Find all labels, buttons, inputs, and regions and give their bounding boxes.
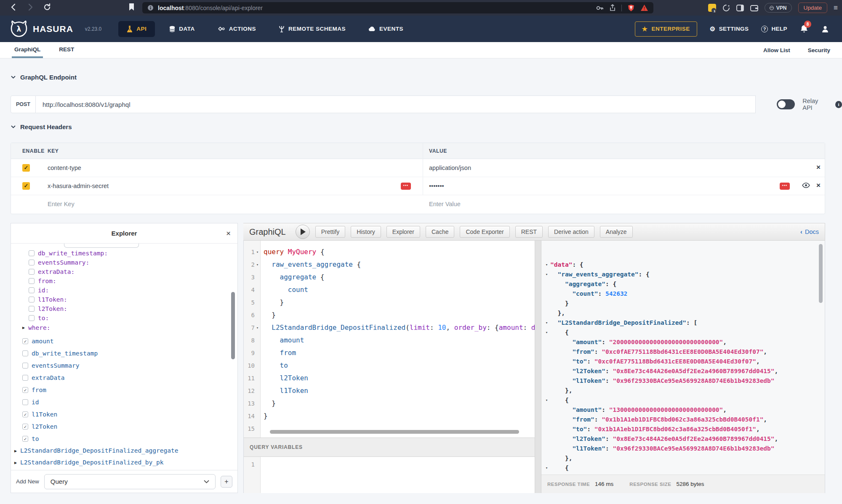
checkbox-icon[interactable] — [29, 278, 35, 284]
checkbox-icon[interactable] — [22, 375, 28, 381]
fold-arrow-icon[interactable]: ▾ — [255, 250, 260, 254]
browser-menu-icon[interactable]: ≡ — [834, 4, 838, 12]
security-link[interactable]: Security — [808, 47, 830, 53]
explorer-arg-row[interactable]: l2Token: — [11, 304, 237, 313]
checkbox-icon[interactable] — [22, 399, 28, 405]
header-key-input[interactable]: x-hasura-admin-secret — [48, 183, 109, 189]
close-icon[interactable]: × — [226, 229, 231, 238]
checked-checkbox-icon[interactable]: ✓ — [22, 387, 28, 393]
site-info-icon[interactable] — [147, 5, 154, 11]
query-variables-header[interactable]: QUERY VARIABLES — [244, 438, 535, 457]
explorer-field-row[interactable]: id — [11, 396, 237, 408]
checkbox-icon[interactable] — [29, 287, 35, 293]
explorer-arg-row[interactable]: l1Token: — [11, 295, 237, 304]
bookmark-icon[interactable] — [128, 3, 135, 11]
nav-tab-api[interactable]: API — [118, 21, 155, 37]
enterprise-button[interactable]: ★ ENTERPRISE — [635, 21, 697, 37]
hasura-logo[interactable]: λ — [10, 21, 28, 37]
info-icon[interactable]: i — [835, 101, 842, 108]
response-scrollbar[interactable] — [819, 244, 823, 303]
argument-input[interactable] — [64, 244, 139, 248]
checkbox-icon[interactable] — [29, 260, 35, 265]
tab-graphiql[interactable]: GraphiQL — [12, 42, 43, 58]
toolbar-button-history[interactable]: History — [351, 226, 381, 238]
add-operation-button[interactable]: + — [221, 476, 232, 488]
sidebar-toggle-icon[interactable] — [736, 5, 744, 11]
explorer-arg-row[interactable]: db_write_timestamp: — [11, 249, 237, 258]
explorer-arg-row[interactable]: to: — [11, 313, 237, 323]
explorer-arg-row[interactable]: extraData: — [11, 267, 237, 276]
explorer-field-row[interactable]: ✓to — [11, 432, 237, 445]
query-variables-editor[interactable]: 1 — [244, 457, 535, 493]
toolbar-button-prettify[interactable]: Prettify — [315, 226, 346, 238]
new-key-input[interactable]: Enter Key — [48, 201, 75, 207]
checkbox-icon[interactable] — [29, 315, 35, 321]
reload-icon[interactable] — [43, 3, 51, 11]
explorer-field-row[interactable]: ✓l2Token — [11, 420, 237, 432]
checkbox-icon[interactable] — [29, 297, 35, 302]
nav-tab-events[interactable]: EVENTS — [360, 21, 412, 37]
address-bar[interactable]: localhost:8080/console/api/api-explorer — [142, 2, 653, 13]
checked-checkbox-icon[interactable]: ✓ — [22, 411, 28, 417]
explorer-field-row[interactable]: extraData — [11, 371, 237, 384]
allow-list-link[interactable]: Allow List — [763, 47, 790, 53]
header-value-input[interactable]: ••••••• — [429, 183, 444, 189]
settings-button[interactable]: ⚙ SETTINGS — [710, 25, 749, 33]
explorer-collection-row[interactable]: ▶L2StandardBridge_DepositFinalized_by_pk — [11, 456, 237, 468]
explorer-collection-row[interactable]: ▶L2StandardBridge_DepositFinalized_aggre… — [11, 445, 237, 456]
request-headers-heading[interactable]: Request Headers — [11, 123, 72, 130]
back-icon[interactable] — [9, 3, 18, 11]
toolbar-button-code-exporter[interactable]: Code Exporter — [460, 226, 509, 238]
explorer-field-row[interactable]: ✓amount — [11, 335, 237, 347]
nav-tab-data[interactable]: DATA — [161, 21, 203, 37]
new-value-input[interactable]: Enter Value — [429, 201, 461, 207]
tab-rest[interactable]: REST — [56, 42, 77, 58]
checked-checkbox-icon[interactable]: ✓ — [22, 436, 28, 442]
checked-checkbox-icon[interactable]: ✓ — [22, 338, 28, 344]
explorer-field-row[interactable]: ✓from — [11, 384, 237, 396]
explorer-arg-row[interactable]: from: — [11, 276, 237, 286]
checked-checkbox-icon[interactable]: ✓ — [22, 424, 28, 430]
extension-icon[interactable] — [722, 4, 730, 12]
enable-checkbox[interactable]: ✓ — [22, 182, 30, 190]
toolbar-button-cache[interactable]: Cache — [426, 226, 454, 238]
explorer-field-row[interactable]: ✓l1Token — [11, 408, 237, 420]
help-button[interactable]: ? HELP — [761, 26, 787, 32]
query-editor[interactable]: 1▾2▾34567▾89101112131415 query MyQuery {… — [244, 241, 535, 438]
docs-link[interactable]: ‹Docs — [800, 228, 819, 235]
warning-icon[interactable] — [640, 4, 648, 11]
explorer-field-row[interactable]: eventsSummary — [11, 359, 237, 371]
header-value-input[interactable]: application/json — [429, 164, 471, 171]
relay-api-toggle[interactable] — [777, 99, 795, 109]
remove-header-icon[interactable]: × — [816, 181, 821, 190]
nav-tab-remote-schemas[interactable]: REMOTE SCHEMAS — [270, 21, 354, 37]
fold-arrow-icon[interactable]: ▾ — [255, 263, 260, 267]
vpn-button[interactable]: VPN — [765, 3, 792, 13]
reveal-eye-icon[interactable] — [802, 183, 810, 188]
secret-badge-icon[interactable]: ••• — [401, 183, 411, 190]
graphql-endpoint-heading[interactable]: GraphQL Endpoint — [11, 74, 77, 81]
extension-notes-icon[interactable]: 1 — [708, 4, 716, 12]
checkbox-icon[interactable] — [22, 363, 28, 369]
operation-type-select[interactable]: Query — [44, 474, 216, 489]
enable-checkbox[interactable]: ✓ — [22, 164, 30, 172]
nav-tab-actions[interactable]: ACTIONS — [209, 21, 264, 37]
toolbar-button-analyze[interactable]: Analyze — [600, 226, 633, 238]
checkbox-icon[interactable] — [22, 350, 28, 356]
key-icon[interactable] — [596, 5, 604, 11]
forward-icon[interactable] — [26, 3, 35, 11]
explorer-where-row[interactable]: ▶ where: — [11, 323, 237, 332]
execute-query-button[interactable] — [296, 225, 310, 239]
query-code[interactable]: query MyQuery { raw_events_aggregate { a… — [261, 241, 535, 438]
checkbox-icon[interactable] — [29, 269, 35, 275]
update-button[interactable]: Update — [798, 3, 828, 13]
share-icon[interactable] — [610, 4, 616, 11]
brave-shield-icon[interactable] — [628, 4, 634, 12]
explorer-scrollbar[interactable] — [231, 292, 235, 359]
remove-header-icon[interactable]: × — [816, 163, 821, 172]
checkbox-icon[interactable] — [29, 250, 35, 256]
pane-resize-divider[interactable] — [535, 241, 541, 493]
explorer-field-row[interactable]: db_write_timestamp — [11, 347, 237, 359]
toolbar-button-explorer[interactable]: Explorer — [386, 226, 420, 238]
secret-badge-icon[interactable]: ••• — [780, 183, 790, 190]
